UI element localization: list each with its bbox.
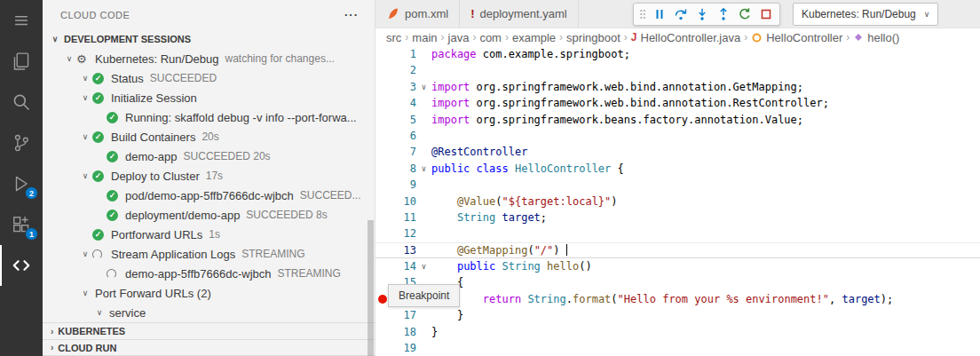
tree-item[interactable]: ∨⚙Kubernetes: Run/Debugwatching for chan… [43, 49, 375, 68]
tree-item-label: demo-app-5ffb7666dc-wjbch [125, 267, 272, 281]
breadcrumb-item[interactable]: src [386, 31, 401, 44]
gutter-glyph [375, 79, 390, 95]
tree-item[interactable]: ∨✓Portforward URLs1s [43, 225, 375, 244]
sidebar-section-cloud-run[interactable]: ›CLOUD RUN [43, 339, 375, 356]
editor-area: pom.xml!deployment.yaml Kubernetes: Run/… [375, 0, 980, 356]
chevron-down-icon[interactable]: ∨ [78, 249, 92, 258]
fold-chevron-icon[interactable]: ∨ [416, 161, 431, 177]
code-line[interactable]: 5import org.springframework.beans.factor… [375, 112, 980, 128]
tree-item[interactable]: ∨✓demo-appSUCCEEDED 20s [43, 146, 375, 166]
tree-item-label: Build Containers [111, 131, 195, 144]
line-number: 11 [390, 210, 416, 225]
gutter-glyph [375, 62, 390, 78]
more-actions-icon[interactable]: ··· [344, 8, 359, 21]
tree-item[interactable]: ∨✓Running: skaffold debug -v info --port… [43, 107, 375, 127]
code-text: @RestController [431, 144, 527, 160]
tab-pom-xml[interactable]: pom.xml [375, 0, 460, 28]
tree-item[interactable]: ∨Port Forward URLs (2) [43, 283, 375, 303]
tree-item-label: Running: skaffold debug -v info --port-f… [125, 111, 357, 124]
code-line[interactable]: 1package com.example.springboot; [375, 46, 980, 62]
tree-item[interactable]: ∨Stream Application LogsSTREAMING [43, 244, 375, 264]
code-line[interactable]: 11 String target; [375, 210, 980, 225]
spinner-icon [107, 269, 116, 279]
tree-item[interactable]: ∨✓pod/demo-app-5ffb7666dc-wjbchSUCCEED..… [43, 186, 375, 205]
tree-item[interactable]: ∨✓Initialize Session [43, 88, 375, 107]
step-into-icon[interactable] [692, 4, 712, 24]
chevron-down-icon[interactable]: ∨ [62, 54, 76, 63]
panel-header: CLOUD CODE ··· [43, 0, 375, 29]
chevron-down-icon[interactable]: ∨ [78, 74, 92, 83]
code-line[interactable]: 18} [375, 324, 980, 340]
gutter-glyph [375, 307, 390, 323]
chevron-down-icon[interactable]: ∨ [78, 93, 92, 102]
activity-search[interactable] [0, 82, 43, 123]
chevron-down-icon[interactable]: ∨ [78, 132, 92, 141]
tree-item-label: pod/demo-app-5ffb7666dc-wjbch [125, 189, 294, 202]
sidebar-section-kubernetes[interactable]: ›KUBERNETES [43, 322, 375, 339]
tree-item-label: Portforward URLs [111, 228, 202, 241]
activity-source-control[interactable] [0, 123, 43, 163]
stop-icon[interactable] [755, 4, 776, 24]
line-number: 10 [390, 194, 416, 210]
breakpoint-icon[interactable] [378, 295, 387, 304]
code-line[interactable]: 8∨public class HelloController { [375, 161, 980, 177]
code-line[interactable]: 12 [375, 225, 980, 241]
class-icon [751, 32, 763, 44]
tree-item[interactable]: ∨✓StatusSUCCEEDED [43, 68, 375, 88]
activity-explorer[interactable] [0, 41, 43, 82]
code-line[interactable]: 16 return String.format("Hello from your… [375, 291, 980, 307]
step-out-icon[interactable] [713, 4, 733, 24]
chevron-down-icon[interactable]: ∨ [92, 308, 107, 317]
code-line[interactable]: 6 [375, 128, 980, 144]
restart-icon[interactable] [734, 4, 755, 24]
fold-chevron-icon[interactable]: ∨ [416, 258, 431, 274]
drag-handle-icon[interactable] [637, 4, 648, 24]
tree-item[interactable]: ∨demo-app-5ffb7666dc-wjbchSTREAMING [43, 264, 375, 283]
code-line[interactable]: 19 [375, 340, 980, 356]
tree-item[interactable]: ∨service [43, 303, 375, 322]
code-line[interactable]: 2 [375, 62, 980, 78]
code-line[interactable]: 7@RestController [375, 144, 980, 160]
tab-deployment-yaml[interactable]: !deployment.yaml [460, 0, 579, 28]
section-development-sessions[interactable]: ∨ DEVELOPMENT SESSIONS [43, 29, 375, 49]
fold-chevron-icon[interactable]: ∨ [416, 79, 431, 95]
tree-item[interactable]: ∨✓deployment/demo-appSUCCEEDED 8s [43, 205, 375, 225]
activity-menu[interactable] [0, 0, 43, 41]
breadcrumb-item[interactable]: springboot [566, 31, 620, 44]
code-line[interactable]: 15 { [375, 274, 980, 290]
code-line[interactable]: 14∨ public String hello() [375, 258, 980, 274]
chevron-down-icon[interactable]: ∨ [78, 289, 92, 297]
fold-space [416, 307, 431, 323]
chevron-right-icon: › [51, 327, 53, 336]
activity-extensions[interactable]: 1 [0, 204, 43, 245]
fold-space [416, 340, 431, 356]
sidebar-scrollbar[interactable] [368, 220, 374, 356]
breadcrumb-item[interactable]: main [412, 31, 437, 44]
breadcrumb-item[interactable]: java [448, 31, 470, 44]
code-text: public String hello() [431, 258, 592, 274]
fold-space [416, 144, 431, 160]
code-line[interactable]: 9 [375, 177, 980, 193]
code-line[interactable]: 10 @Value("${target:local}") [375, 194, 980, 210]
pause-icon[interactable] [649, 4, 669, 24]
code-line[interactable]: 4import org.springframework.web.bind.ann… [375, 95, 980, 111]
step-over-icon[interactable] [670, 4, 691, 24]
breadcrumb-item[interactable]: com [479, 31, 502, 44]
breadcrumb-item[interactable]: HelloController [751, 31, 842, 44]
activity-run-debug[interactable]: 2 [0, 163, 43, 204]
code-lines: 1package com.example.springboot;23∨impor… [375, 46, 980, 356]
tree-item-detail: 17s [206, 170, 223, 182]
tree-item[interactable]: ∨✓Build Containers20s [43, 127, 375, 146]
breadcrumb-item[interactable]: JHelloController.java [631, 31, 740, 44]
breadcrumb-item[interactable]: example [512, 31, 556, 44]
tree-item[interactable]: ∨✓Deploy to Cluster17s [43, 166, 375, 186]
chevron-down-icon[interactable]: ∨ [78, 171, 92, 180]
code-line[interactable]: 13 @GetMapping("/") [375, 242, 980, 258]
check-icon: ✓ [92, 73, 104, 84]
code-line[interactable]: 17 } [375, 307, 980, 323]
code-line[interactable]: 3∨import org.springframework.web.bind.an… [375, 79, 980, 95]
debug-config-dropdown[interactable]: Kubernetes: Run/Debug ∨ [793, 3, 938, 26]
breadcrumb-item[interactable]: hello() [853, 31, 899, 44]
activity-cloud-code[interactable] [0, 245, 43, 286]
code-editor[interactable]: 1package com.example.springboot;23∨impor… [375, 46, 980, 356]
